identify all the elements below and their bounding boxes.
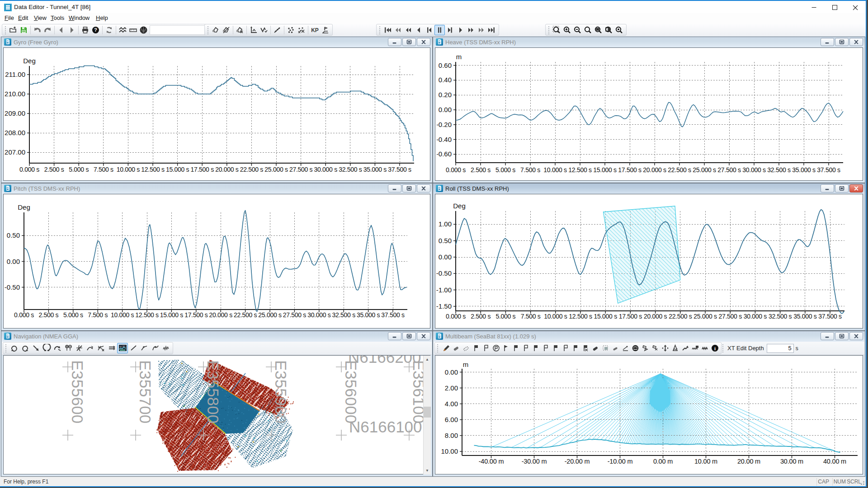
- svg-text:27.500 s: 27.500 s: [717, 166, 741, 174]
- svg-text:37.500 s: 37.500 s: [817, 166, 840, 174]
- svg-text:210.00: 210.00: [5, 90, 25, 98]
- svg-text:0.00 m: 0.00 m: [653, 458, 673, 465]
- svg-text:Deg: Deg: [18, 203, 30, 211]
- svg-text:10.00: 10.00: [441, 447, 458, 455]
- svg-text:37.500 s: 37.500 s: [818, 313, 842, 320]
- svg-text:m: m: [463, 361, 469, 368]
- svg-text:-1.50: -1.50: [436, 302, 452, 310]
- svg-text:Deg: Deg: [23, 57, 36, 65]
- svg-text:4.00: 4.00: [445, 400, 458, 408]
- svg-text:15.000 s: 15.000 s: [593, 166, 617, 174]
- svg-text:2.500 s: 2.500 s: [38, 311, 58, 319]
- svg-text:32.500 s: 32.500 s: [767, 166, 791, 174]
- svg-text:15.000 s: 15.000 s: [166, 166, 189, 173]
- svg-text:37.500 s: 37.500 s: [388, 166, 411, 173]
- svg-text:7.500 s: 7.500 s: [88, 311, 108, 319]
- svg-text:0.00: 0.00: [439, 106, 452, 113]
- svg-text:5.000 s: 5.000 s: [495, 166, 515, 174]
- svg-text:12.500 s: 12.500 s: [135, 311, 159, 319]
- svg-text:E356100: E356100: [410, 360, 423, 423]
- svg-text:35.000 s: 35.000 s: [357, 311, 380, 319]
- svg-text:30.000 s: 30.000 s: [307, 311, 331, 319]
- svg-text:2.500 s: 2.500 s: [471, 166, 491, 174]
- svg-text:27.500 s: 27.500 s: [289, 166, 313, 173]
- svg-text:2.00: 2.00: [445, 384, 458, 392]
- svg-text:25.000 s: 25.000 s: [258, 311, 282, 319]
- svg-text:KP: KP: [311, 27, 319, 33]
- svg-text:30.000 s: 30.000 s: [742, 166, 766, 174]
- svg-text:209.00: 209.00: [5, 109, 25, 117]
- svg-text:m: m: [456, 53, 462, 61]
- svg-text:32.500 s: 32.500 s: [332, 311, 356, 319]
- svg-text:32.500 s: 32.500 s: [339, 166, 362, 173]
- svg-text:Deg: Deg: [453, 202, 466, 210]
- svg-text:17.500 s: 17.500 s: [618, 166, 642, 174]
- svg-text:12.500 s: 12.500 s: [569, 313, 592, 320]
- svg-text:8.00: 8.00: [445, 432, 458, 439]
- svg-text:0.000 s: 0.000 s: [446, 166, 466, 174]
- svg-text:15.000 s: 15.000 s: [160, 311, 184, 319]
- svg-text:25.000 s: 25.000 s: [264, 166, 288, 173]
- svg-text:15.000 s: 15.000 s: [594, 313, 618, 320]
- svg-text:-0.60: -0.60: [437, 150, 452, 158]
- svg-text:0.40: 0.40: [439, 76, 452, 84]
- svg-text:10.000 s: 10.000 s: [544, 313, 567, 320]
- svg-text:20.000 s: 20.000 s: [209, 311, 233, 319]
- svg-text:0.00: 0.00: [7, 258, 20, 265]
- svg-text:27.500 s: 27.500 s: [719, 313, 742, 320]
- svg-text:5.000 s: 5.000 s: [495, 313, 515, 320]
- svg-text:-1.00: -1.00: [436, 286, 452, 294]
- svg-text:211.00: 211.00: [5, 70, 25, 78]
- svg-text:2.500 s: 2.500 s: [44, 166, 64, 173]
- svg-text:-10.00 m: -10.00 m: [608, 458, 633, 465]
- svg-text:17.500 s: 17.500 s: [191, 166, 214, 173]
- svg-text:32.500 s: 32.500 s: [769, 313, 792, 320]
- svg-text:10.000 s: 10.000 s: [117, 166, 140, 173]
- svg-text:-0.40: -0.40: [437, 136, 452, 143]
- svg-text:-0.50: -0.50: [436, 269, 452, 277]
- svg-text:207.00: 207.00: [5, 148, 25, 156]
- svg-text:22.500 s: 22.500 s: [668, 166, 691, 174]
- svg-text:22.500 s: 22.500 s: [234, 311, 257, 319]
- svg-text:N6166200: N6166200: [348, 356, 421, 366]
- svg-text:35.000 s: 35.000 s: [363, 166, 387, 173]
- svg-text:7.500 s: 7.500 s: [94, 166, 113, 173]
- svg-text:35.000 s: 35.000 s: [792, 166, 816, 174]
- svg-text:20.000 s: 20.000 s: [215, 166, 239, 173]
- svg-text:?: ?: [94, 27, 97, 33]
- svg-text:2.500 s: 2.500 s: [471, 313, 491, 320]
- svg-text:5.000 s: 5.000 s: [69, 166, 89, 173]
- svg-text:30.00 m: 30.00 m: [780, 458, 803, 465]
- svg-text:10.000 s: 10.000 s: [111, 311, 134, 319]
- svg-text:27.500 s: 27.500 s: [283, 311, 307, 319]
- svg-text:35.000 s: 35.000 s: [793, 313, 817, 320]
- svg-text:1.00: 1.00: [439, 220, 452, 228]
- svg-text:0.50: 0.50: [7, 231, 20, 239]
- svg-text:-40.00 m: -40.00 m: [479, 458, 504, 465]
- svg-text:20.000 s: 20.000 s: [643, 166, 666, 174]
- svg-text:-0.50: -0.50: [5, 283, 20, 291]
- svg-text:-0.20: -0.20: [437, 121, 452, 128]
- svg-text:E355800: E355800: [204, 360, 222, 423]
- svg-text:12.500 s: 12.500 s: [141, 166, 165, 173]
- svg-text:E355700: E355700: [137, 360, 154, 423]
- svg-text:40.00 m: 40.00 m: [823, 458, 846, 465]
- svg-text:25.000 s: 25.000 s: [693, 313, 717, 320]
- svg-text:10.000 s: 10.000 s: [543, 166, 567, 174]
- svg-text:22.500 s: 22.500 s: [669, 313, 692, 320]
- svg-text:0.00: 0.00: [439, 253, 452, 261]
- svg-text:E355600: E355600: [69, 360, 86, 423]
- svg-text:0.00: 0.00: [445, 368, 458, 376]
- svg-text:22.500 s: 22.500 s: [240, 166, 264, 173]
- svg-text:208.00: 208.00: [5, 129, 25, 136]
- svg-text:30.000 s: 30.000 s: [314, 166, 338, 173]
- svg-text:0.20: 0.20: [439, 91, 452, 99]
- svg-text:0.60: 0.60: [439, 61, 452, 69]
- svg-text:5.000 s: 5.000 s: [63, 311, 83, 319]
- svg-text:17.500 s: 17.500 s: [184, 311, 208, 319]
- svg-text:17.500 s: 17.500 s: [619, 313, 642, 320]
- svg-text:7.500 s: 7.500 s: [520, 166, 540, 174]
- svg-text:E356000: E356000: [342, 360, 360, 423]
- svg-text:6.00: 6.00: [445, 416, 458, 423]
- svg-text:E355900: E355900: [272, 360, 290, 423]
